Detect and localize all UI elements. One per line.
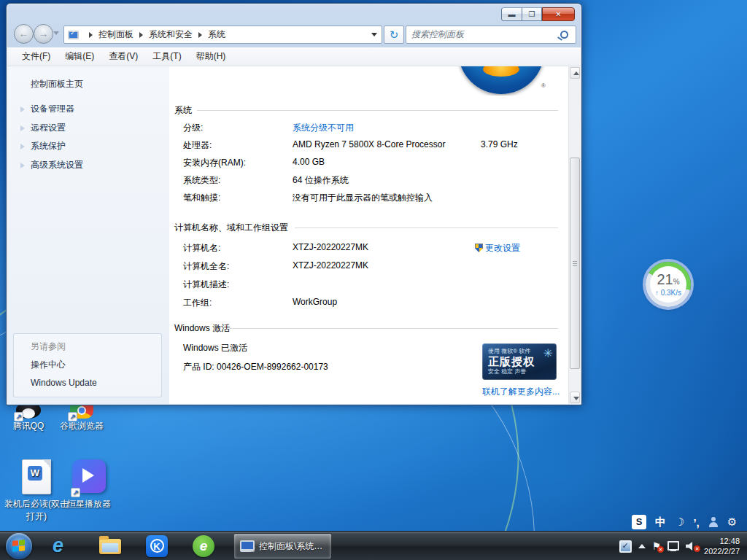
ime-fullwidth-moon-icon[interactable]: ☽ xyxy=(675,516,684,529)
ram-value: 4.00 GB xyxy=(293,157,325,167)
main-content: ® 系统 分级: 系统分级不可用 处理器: AMD Ryzen 7 5800X … xyxy=(169,66,568,404)
task-bullet-icon xyxy=(20,163,25,168)
genuine-star-icon: ✳ xyxy=(543,346,553,360)
badge-line1: 使用 微软® 软件 xyxy=(488,347,551,355)
player-icon: ↗ xyxy=(72,459,106,496)
ime-chinese-mode-icon[interactable]: 中 xyxy=(655,516,666,529)
row-label-ram: 安装内存(RAM): xyxy=(183,157,246,169)
breadcrumb-system-security[interactable]: 系统和安全 xyxy=(149,28,193,41)
taskbar-explorer-icon[interactable] xyxy=(99,535,121,557)
desktop: ↗ 腾讯QQ ↗ 谷歌浏览器 W 装机后必读(双击打开) ↗ 恒星播放器 21%… xyxy=(0,0,747,560)
breadcrumb-separator-icon xyxy=(89,32,93,38)
ime-toolbar[interactable]: S 中 ☽ ’, ⚙ xyxy=(632,513,737,532)
address-dropdown-icon[interactable] xyxy=(371,33,377,36)
taskbar-active-window-button[interactable]: 控制面板\系统和... xyxy=(233,533,332,559)
active-window-title: 控制面板\系统和... xyxy=(259,540,325,553)
breadcrumb-control-panel[interactable]: 控制面板 xyxy=(98,28,133,41)
desktop-icon-player[interactable]: ↗ 恒星播放器 xyxy=(64,459,114,510)
clock-date: 2022/2/27 xyxy=(704,546,740,556)
desktop-icon-label: 腾讯QQ xyxy=(6,420,51,432)
ime-account-icon[interactable] xyxy=(708,517,719,527)
uac-shield-icon xyxy=(475,244,483,252)
section-title-system: 系统 xyxy=(174,104,192,117)
show-hidden-icons-button[interactable] xyxy=(638,544,646,548)
scroll-up-button[interactable] xyxy=(570,67,580,79)
breadcrumb-separator-icon xyxy=(139,32,143,38)
volume-muted-icon[interactable]: ✕ xyxy=(686,541,697,551)
taskbar: e K e 控制面板\系统和... ⚑✕ ✕ 12:48 2022/2/27 xyxy=(0,531,747,560)
genuine-software-badge[interactable]: 使用 微软® 软件 正版授权 安全 稳定 声誉 ✳ xyxy=(482,343,557,380)
windows-flag-icon xyxy=(12,540,26,552)
taskbar-clock[interactable]: 12:48 2022/2/27 xyxy=(704,536,744,556)
sidebar-item-action-center[interactable]: 操作中心 xyxy=(31,359,66,371)
see-also-header: 另请参阅 xyxy=(31,341,66,353)
processor-value: AMD Ryzen 7 5800X 8-Core Processor xyxy=(293,139,445,149)
close-button[interactable]: ✕ xyxy=(542,7,575,21)
desktop-icon-readme[interactable]: W 装机后必读(双击打开) xyxy=(4,459,69,523)
row-label-description: 计算机描述: xyxy=(183,279,229,291)
system-type-value: 64 位操作系统 xyxy=(293,174,349,187)
row-label-system-type: 系统类型: xyxy=(183,174,220,187)
section-title-activation: Windows 激活 xyxy=(174,322,230,335)
scroll-thumb[interactable] xyxy=(570,158,580,369)
learn-more-link[interactable]: 联机了解更多内容... xyxy=(482,386,560,398)
sidebar-item-control-panel-home[interactable]: 控制面板主页 xyxy=(31,78,83,90)
breadcrumb-system[interactable]: 系统 xyxy=(208,28,225,41)
taskbar-k-app-icon[interactable]: K xyxy=(146,535,168,557)
menu-tools[interactable]: 工具(T) xyxy=(145,48,188,65)
minimize-button[interactable]: ▬ xyxy=(501,7,522,21)
refresh-button[interactable]: ↻ xyxy=(384,26,404,44)
menu-view[interactable]: 查看(V) xyxy=(101,48,145,65)
action-center-flag-icon[interactable]: ⚑✕ xyxy=(652,540,662,552)
speed-widget[interactable]: 21% ↑ 0.3K/s xyxy=(646,262,691,307)
menu-file[interactable]: 文件(F) xyxy=(15,48,58,65)
sidebar-item-advanced-settings[interactable]: 高级系统设置 xyxy=(31,159,83,171)
desktop-icon-chrome[interactable]: ↗ 谷歌浏览器 xyxy=(53,402,111,432)
start-button[interactable] xyxy=(6,533,32,559)
memory-percent: 21% xyxy=(657,273,679,289)
task-bullet-icon xyxy=(20,144,25,149)
menu-help[interactable]: 帮助(H) xyxy=(189,48,233,65)
scroll-down-button[interactable] xyxy=(570,392,580,403)
processor-speed: 3.79 GHz xyxy=(481,139,518,149)
sidebar-item-device-manager[interactable]: 设备管理器 xyxy=(31,103,74,115)
row-label-rating: 分级: xyxy=(183,122,203,134)
ime-punctuation-icon[interactable]: ’, xyxy=(693,516,699,529)
tray-app-icon[interactable] xyxy=(619,540,632,553)
row-label-full-name: 计算机全名: xyxy=(183,260,229,273)
sidebar-item-system-protection[interactable]: 系统保护 xyxy=(31,140,66,152)
change-settings-link[interactable]: 更改设置 xyxy=(475,242,520,254)
speed-widget-face: 21% ↑ 0.3K/s xyxy=(650,266,686,303)
back-button[interactable]: ← xyxy=(14,24,34,44)
search-placeholder: 搜索控制面板 xyxy=(406,28,560,41)
product-id: 产品 ID: 00426-OEM-8992662-00173 xyxy=(183,361,328,373)
forward-button[interactable]: → xyxy=(34,24,53,44)
taskbar-ie-icon[interactable]: e xyxy=(53,535,74,557)
rating-unavailable-link[interactable]: 系统分级不可用 xyxy=(293,122,354,134)
computer-icon xyxy=(68,31,79,39)
network-icon[interactable] xyxy=(667,541,679,551)
maximize-button[interactable]: ❐ xyxy=(522,7,542,21)
ime-settings-gear-icon[interactable]: ⚙ xyxy=(727,516,737,529)
sidebar: 控制面板主页 设备管理器 远程设置 系统保护 高级系统设置 另请参阅 操作中心 … xyxy=(7,66,169,404)
section-divider xyxy=(197,110,558,111)
window-body: 控制面板主页 设备管理器 远程设置 系统保护 高级系统设置 另请参阅 操作中心 … xyxy=(7,66,581,404)
address-bar[interactable]: 控制面板 系统和安全 系统 xyxy=(63,26,382,44)
history-dropdown-icon[interactable] xyxy=(53,31,59,35)
menu-edit[interactable]: 编辑(E) xyxy=(58,48,101,65)
taskbar-360-browser-icon[interactable]: e xyxy=(193,535,214,557)
desktop-icon-label: 恒星播放器 xyxy=(64,498,114,510)
ime-logo-icon[interactable]: S xyxy=(632,515,646,529)
vertical-scrollbar[interactable] xyxy=(568,66,581,404)
shortcut-arrow-icon: ↗ xyxy=(68,412,77,421)
shortcut-arrow-icon: ↗ xyxy=(14,412,23,421)
search-box[interactable]: 搜索控制面板 xyxy=(406,26,576,44)
sidebar-item-remote-settings[interactable]: 远程设置 xyxy=(31,122,66,134)
clock-time: 12:48 xyxy=(704,536,740,546)
desktop-icon-qq[interactable]: ↗ 腾讯QQ xyxy=(6,402,51,432)
breadcrumb-separator-icon xyxy=(198,32,202,38)
menu-bar: 文件(F) 编辑(E) 查看(V) 工具(T) 帮助(H) xyxy=(7,47,581,66)
search-icon[interactable] xyxy=(560,31,568,39)
section-divider xyxy=(295,228,558,228)
sidebar-item-windows-update[interactable]: Windows Update xyxy=(31,378,97,388)
